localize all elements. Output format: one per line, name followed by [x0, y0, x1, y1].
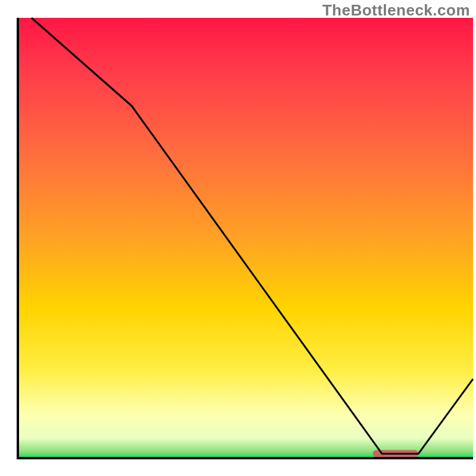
gradient-background	[18, 18, 473, 458]
bottleneck-chart	[0, 0, 476, 476]
chart-frame: TheBottleneck.com	[0, 0, 476, 476]
watermark-text: TheBottleneck.com	[322, 1, 470, 20]
